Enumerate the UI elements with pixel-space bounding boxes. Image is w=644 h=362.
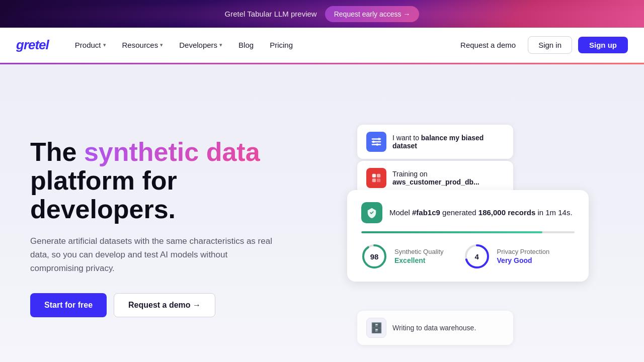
hero-title-suffix: platform for developers.: [30, 166, 177, 224]
metric1-status: Excellent: [394, 256, 444, 264]
nav-item-pricing[interactable]: Pricing: [264, 37, 299, 53]
nav-item-developers[interactable]: Developers ▾: [173, 37, 228, 53]
start-free-button[interactable]: Start for free: [30, 293, 107, 317]
nav-links: Product ▾ Resources ▾ Developers ▾ Blog …: [69, 37, 454, 53]
synthetic-quality-value: 98: [370, 252, 379, 260]
step-card-3: 🗄️ Writing to data warehouse.: [357, 311, 513, 345]
svg-rect-5: [372, 178, 376, 182]
chevron-down-icon: ▾: [160, 42, 163, 48]
ui-demo-container: I want to balance my biased dataset Trai…: [332, 125, 594, 316]
progress-fill: [361, 231, 542, 233]
privacy-protection-gauge: 4: [464, 243, 490, 269]
hero-subtitle: Generate artificial datasets with the sa…: [30, 234, 282, 276]
privacy-protection-value: 4: [474, 252, 478, 260]
hero-left: The synthetic data platform for develope…: [30, 108, 312, 317]
nav-demo-link[interactable]: Request a demo: [454, 37, 522, 53]
hero-title-colored: synthetic data: [84, 137, 260, 166]
signin-button[interactable]: Sign in: [528, 36, 572, 54]
step-card-1: I want to balance my biased dataset: [357, 125, 513, 159]
svg-point-2: [376, 143, 379, 146]
nav-item-blog[interactable]: Blog: [232, 37, 260, 53]
result-card: Model #fab1c9 generated 186,000 records …: [347, 190, 589, 282]
progress-bar: [361, 231, 575, 233]
top-banner: Gretel Tabular LLM preview Request early…: [0, 0, 644, 28]
request-demo-button[interactable]: Request a demo →: [114, 293, 215, 317]
svg-point-0: [378, 138, 380, 140]
result-title: Model #fab1c9 generated 186,000 records …: [389, 207, 573, 218]
hero-right: I want to balance my biased dataset Trai…: [312, 110, 614, 316]
metric1-info: Synthetic Quality Excellent: [394, 248, 444, 264]
step2-text: Training on aws_customer_prod_db...: [392, 170, 504, 186]
logo[interactable]: gretel: [16, 37, 49, 53]
synthetic-quality-gauge: 98: [361, 243, 387, 269]
metric2-status: Very Good: [497, 256, 550, 264]
hero-title-prefix: The: [30, 137, 84, 166]
metric2-info: Privacy Protection Very Good: [497, 248, 550, 264]
svg-rect-6: [377, 178, 380, 182]
step1-text: I want to balance my biased dataset: [392, 134, 504, 150]
signup-button[interactable]: Sign up: [578, 37, 628, 53]
svg-rect-3: [372, 173, 376, 177]
step3-text: Writing to data warehouse.: [392, 324, 476, 332]
chevron-down-icon: ▾: [103, 42, 106, 48]
metrics-row: 98 Synthetic Quality Excellent: [361, 243, 575, 269]
nav-item-resources[interactable]: Resources ▾: [116, 37, 170, 53]
banner-text: Gretel Tabular LLM preview: [225, 10, 317, 18]
banner-cta-button[interactable]: Request early access →: [325, 6, 420, 22]
warehouse-icon: 🗄️: [366, 318, 386, 338]
hero-section: The synthetic data platform for develope…: [0, 63, 644, 362]
training-icon: [366, 168, 386, 188]
metric-synthetic-quality: 98 Synthetic Quality Excellent: [361, 243, 444, 269]
svg-point-1: [372, 140, 375, 143]
result-icon: [361, 202, 382, 223]
hero-title: The synthetic data platform for develope…: [30, 138, 312, 224]
svg-rect-4: [377, 173, 380, 177]
metric1-name: Synthetic Quality: [394, 248, 444, 255]
metric-privacy-protection: 4 Privacy Protection Very Good: [464, 243, 550, 269]
navbar: gretel Product ▾ Resources ▾ Developers …: [0, 28, 644, 63]
nav-right: Request a demo Sign in Sign up: [454, 36, 628, 54]
metric2-name: Privacy Protection: [497, 248, 550, 255]
chevron-down-icon: ▾: [219, 42, 222, 48]
result-header: Model #fab1c9 generated 186,000 records …: [361, 202, 575, 223]
balance-icon: [366, 132, 386, 152]
hero-buttons: Start for free Request a demo →: [30, 293, 312, 317]
nav-item-product[interactable]: Product ▾: [69, 37, 112, 53]
